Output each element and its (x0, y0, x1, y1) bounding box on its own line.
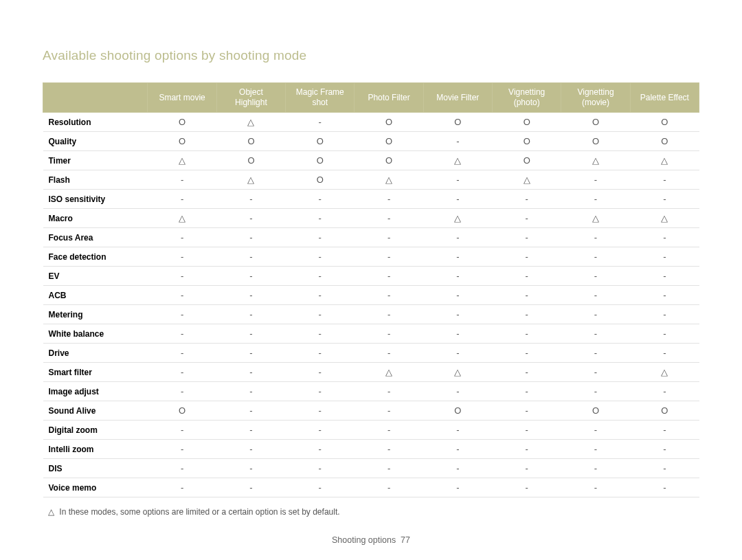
cell: - (148, 382, 216, 401)
cell: O (493, 113, 561, 132)
cell: - (286, 440, 355, 459)
cell: - (216, 247, 285, 267)
cell: O (148, 113, 216, 132)
options-table: Smart movie ObjectHighlight Magic Frames… (43, 82, 699, 497)
cell: O (493, 132, 561, 151)
row-name: ISO sensitivity (43, 190, 148, 209)
cell: - (423, 286, 492, 305)
cell: - (493, 286, 561, 305)
cell: - (630, 344, 699, 363)
cell: - (355, 286, 423, 305)
cell: - (286, 305, 355, 324)
cell: - (630, 267, 699, 286)
cell: - (493, 382, 561, 401)
cell: - (216, 305, 285, 324)
cell: - (423, 132, 492, 151)
cell: - (493, 247, 561, 267)
cell: - (148, 190, 216, 209)
cell: - (148, 344, 216, 363)
cell: O (630, 401, 699, 421)
cell: - (630, 170, 699, 190)
cell: - (561, 170, 630, 190)
col-header: Vignetting(photo) (493, 83, 561, 113)
cell: - (148, 247, 216, 267)
cell: - (630, 421, 699, 440)
cell: - (630, 190, 699, 209)
cell: - (423, 228, 492, 247)
table-row: Macro△---△-△△ (43, 209, 699, 228)
row-name: DIS (43, 459, 148, 478)
cell: △ (148, 151, 216, 170)
col-header: ObjectHighlight (216, 83, 285, 113)
cell: O (216, 151, 285, 170)
row-name: ACB (43, 286, 148, 305)
cell: - (216, 382, 285, 401)
cell: - (561, 247, 630, 267)
cell: - (286, 363, 355, 382)
cell: - (148, 228, 216, 247)
cell: - (355, 478, 423, 497)
cell: - (355, 401, 423, 421)
cell: - (630, 247, 699, 267)
cell: - (561, 305, 630, 324)
cell: - (148, 478, 216, 497)
cell: - (561, 267, 630, 286)
cell: △ (630, 209, 699, 228)
cell: O (630, 132, 699, 151)
row-name: Resolution (43, 113, 148, 132)
cell: O (286, 151, 355, 170)
cell: - (630, 440, 699, 459)
cell: - (561, 459, 630, 478)
footer-section: Shooting options (332, 535, 396, 545)
cell: - (355, 228, 423, 247)
row-name: Voice memo (43, 478, 148, 497)
cell: - (355, 382, 423, 401)
cell: - (493, 421, 561, 440)
cell: △ (423, 209, 492, 228)
header-blank (43, 83, 148, 113)
cell: - (216, 401, 285, 421)
cell: △ (561, 209, 630, 228)
cell: - (216, 421, 285, 440)
col-header: Photo Filter (355, 83, 423, 113)
table-row: Flash-△O△-△-- (43, 170, 699, 190)
cell: - (286, 382, 355, 401)
cell: - (355, 421, 423, 440)
cell: - (561, 440, 630, 459)
cell: - (493, 267, 561, 286)
cell: - (493, 459, 561, 478)
cell: - (630, 305, 699, 324)
cell: - (630, 478, 699, 497)
cell: - (423, 170, 492, 190)
row-name: Smart filter (43, 363, 148, 382)
table-row: Focus Area-------- (43, 228, 699, 247)
cell: - (216, 324, 285, 344)
row-name: White balance (43, 324, 148, 344)
cell: - (286, 228, 355, 247)
table-row: ACB-------- (43, 286, 699, 305)
cell: - (355, 247, 423, 267)
cell: O (148, 132, 216, 151)
cell: - (286, 209, 355, 228)
cell: - (423, 324, 492, 344)
table-row: Timer△OOO△O△△ (43, 151, 699, 170)
cell: - (561, 478, 630, 497)
table-row: Sound AliveO---O-OO (43, 401, 699, 421)
row-name: Digital zoom (43, 421, 148, 440)
cell: O (355, 151, 423, 170)
cell: - (561, 286, 630, 305)
cell: △ (493, 170, 561, 190)
cell: - (355, 190, 423, 209)
row-name: EV (43, 267, 148, 286)
cell: - (561, 190, 630, 209)
cell: - (423, 459, 492, 478)
cell: - (148, 440, 216, 459)
cell: - (148, 324, 216, 344)
cell: - (423, 267, 492, 286)
table-row: Image adjust-------- (43, 382, 699, 401)
cell: - (493, 478, 561, 497)
table-row: Intelli zoom-------- (43, 440, 699, 459)
cell: - (355, 209, 423, 228)
cell: - (561, 363, 630, 382)
cell: - (148, 459, 216, 478)
